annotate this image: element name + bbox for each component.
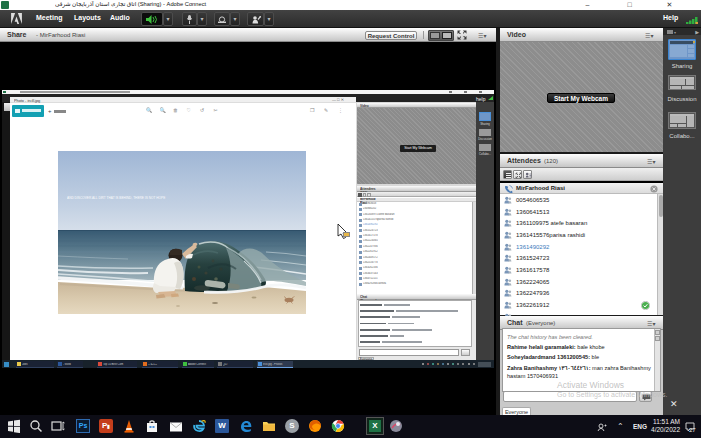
svg-text:AND DISCOVER ALL DIRT THAT IS: AND DISCOVER ALL DIRT THAT IS BEHIND, TH…: [67, 196, 165, 200]
